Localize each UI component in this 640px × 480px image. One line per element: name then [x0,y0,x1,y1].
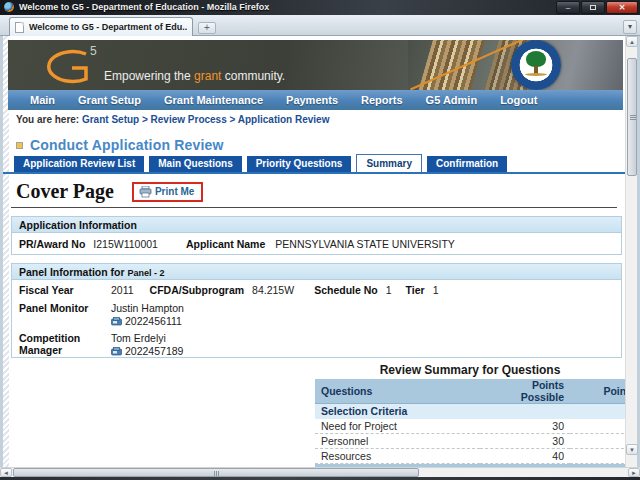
horizontal-scrollbar[interactable]: ◄ ► [0,467,640,477]
minimize-button[interactable]: – [556,1,580,14]
divider-rule [11,207,617,208]
scroll-left-arrow[interactable]: ◄ [0,468,12,477]
tab-main-questions[interactable]: Main Questions [149,156,241,172]
print-me-label: Print Me [155,186,194,197]
dept-of-education-seal [511,40,561,90]
main-navbar: Main Grant Setup Grant Maintenance Payme… [8,90,623,110]
window-titlebar[interactable]: Welcome to G5 - Department of Education … [0,0,640,15]
breadcrumb-prefix: You are here: [16,114,82,125]
print-me-button[interactable]: Print Me [132,182,203,202]
row-score [570,419,625,434]
maximize-button[interactable] [581,1,605,14]
competition-manager-name: Tom Erdelyi [111,332,166,344]
list-tabs-button[interactable]: ▾ [623,20,637,34]
panel-monitor-label: Panel Monitor [19,302,111,327]
banner-tagline: Empowering the grant community. [104,69,285,83]
review-summary-table: Questions Points Possible Points Scored … [315,379,625,468]
horizontal-scrollbar-thumb[interactable] [13,468,419,477]
vertical-scrollbar-thumb[interactable] [627,58,637,176]
table-row: Resources 40 [315,449,625,464]
application-information-header: Application Information [12,217,621,233]
nav-reports[interactable]: Reports [361,94,403,106]
firefox-icon [4,2,14,12]
review-summary-section: Review Summary for Questions Questions P… [315,363,625,468]
competition-manager-phone: 2022457189 [125,345,183,357]
schedule-no-label: Schedule No [314,284,378,296]
seal-tree-icon [526,51,546,67]
phone-icon [111,317,122,326]
thumb-grip [630,117,636,118]
applicant-name-value: PENNSYLVANIA STATE UNIVERSITY [275,238,455,250]
row-points: 30 [480,434,570,449]
row-points: 40 [480,449,570,464]
page-icon [15,22,24,33]
tier-label: Tier [406,284,425,296]
panel-monitor-phone: 2022456111 [125,315,182,327]
panel-header-text: Panel Information for [19,266,128,278]
cfda-value: 84.215W [252,284,294,296]
tagline-pre: Empowering the [104,69,194,83]
tier-value: 1 [433,284,439,296]
tab-priority-questions[interactable]: Priority Questions [247,156,352,172]
cfda-label: CFDA/Subprogram [150,284,245,296]
bullet-square-icon [16,142,23,149]
col-points-scored: Points Scored [570,379,625,404]
panel-number: Panel - 2 [128,268,165,278]
pr-award-value: I215W110001 [93,238,158,250]
g5-logo: 5 [30,43,108,89]
col-points-possible: Points Possible [480,379,570,404]
scroll-right-arrow[interactable]: ► [628,468,640,477]
vertical-scrollbar[interactable]: ▲ ▼ [625,36,637,467]
seal-ground [525,73,547,76]
scroll-up-arrow[interactable]: ▲ [626,36,638,47]
browser-tab-title: Welcome to G5 - Department of Edu... [29,22,187,32]
summary-table-title: Review Summary for Questions [315,363,625,377]
close-button[interactable]: ✕ [606,1,638,14]
panel-monitor-name: Justin Hampton [111,302,184,314]
close-icon: ✕ [619,3,626,12]
browser-tab[interactable]: Welcome to G5 - Department of Edu... [9,17,193,36]
phone-icon [111,347,122,356]
nav-logout[interactable]: Logout [500,94,537,106]
page-viewport: 5 Empowering the grant community. Main G… [3,36,625,468]
new-tab-button[interactable]: + [198,22,216,34]
logo-5-text: 5 [90,44,97,58]
nav-payments[interactable]: Payments [286,94,338,106]
row-score [570,449,625,464]
competition-manager-label: Competition Manager [19,332,111,357]
fiscal-year-label: Fiscal Year [19,284,111,296]
col-questions: Questions [315,379,480,404]
row-label: Personnel [315,434,480,449]
page-title: Conduct Application Review [30,137,224,153]
browser-tabstrip: Welcome to G5 - Department of Edu... + ▾ [0,15,640,36]
scroll-down-arrow[interactable]: ▼ [626,444,638,455]
row-score [570,434,625,449]
section-label: Selection Criteria [315,404,625,419]
table-row: Need for Project 30 [315,419,625,434]
row-points: 30 [480,419,570,434]
tagline-accent: grant [194,69,221,83]
nav-g5-admin[interactable]: G5 Admin [426,94,478,106]
application-information-panel: Application Information PR/Award No I215… [11,216,622,255]
nav-main[interactable]: Main [30,94,55,106]
row-label: Resources [315,449,480,464]
tab-confirmation[interactable]: Confirmation [427,156,507,172]
summary-header-row: Questions Points Possible Points Scored [315,379,625,404]
printer-icon [139,186,152,198]
tab-summary[interactable]: Summary [356,154,422,172]
section-row: Selection Criteria [315,404,625,419]
g5-banner: 5 Empowering the grant community. [8,40,623,90]
maximize-icon [590,5,596,10]
table-row: Personnel 30 [315,434,625,449]
thumb-grip [216,471,217,476]
breadcrumb-path[interactable]: Grant Setup > Review Process > Applicati… [82,114,330,125]
panel-information-header: Panel Information for Panel - 2 [12,264,621,280]
nav-grant-maintenance[interactable]: Grant Maintenance [164,94,263,106]
nav-grant-setup[interactable]: Grant Setup [78,94,141,106]
applicant-name-label: Applicant Name [186,238,265,250]
row-label: Need for Project [315,419,480,434]
schedule-no-value: 1 [386,284,392,296]
cover-page-title: Cover Page [16,180,114,203]
tab-application-review-list[interactable]: Application Review List [14,156,144,172]
tagline-post: community. [221,69,285,83]
